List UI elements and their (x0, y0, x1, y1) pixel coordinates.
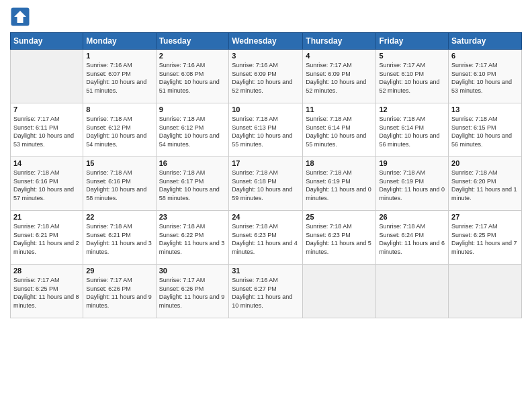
calendar-cell: 18Sunrise: 7:18 AM Sunset: 6:19 PM Dayli… (303, 157, 376, 211)
weekday-header-saturday: Saturday (449, 33, 522, 50)
calendar-cell: 25Sunrise: 7:18 AM Sunset: 6:23 PM Dayli… (303, 211, 376, 265)
weekday-header-sunday: Sunday (11, 33, 83, 50)
day-info: Sunrise: 7:18 AM Sunset: 6:15 PM Dayligh… (451, 115, 519, 148)
calendar-cell: 12Sunrise: 7:18 AM Sunset: 6:14 PM Dayli… (376, 103, 449, 157)
day-number: 7 (13, 105, 80, 113)
calendar-week-row: 14Sunrise: 7:18 AM Sunset: 6:16 PM Dayli… (11, 157, 522, 211)
calendar-cell: 6Sunrise: 7:17 AM Sunset: 6:10 PM Daylig… (449, 50, 522, 103)
day-number: 8 (86, 105, 152, 113)
calendar-header-row: SundayMondayTuesdayWednesdayThursdayFrid… (11, 33, 522, 50)
calendar-cell: 3Sunrise: 7:16 AM Sunset: 6:09 PM Daylig… (229, 50, 303, 103)
day-number: 21 (13, 213, 80, 221)
day-number: 15 (86, 159, 152, 167)
day-info: Sunrise: 7:16 AM Sunset: 6:09 PM Dayligh… (232, 61, 300, 95)
day-info: Sunrise: 7:17 AM Sunset: 6:10 PM Dayligh… (451, 61, 519, 95)
calendar-cell (376, 265, 449, 318)
calendar-cell: 11Sunrise: 7:18 AM Sunset: 6:14 PM Dayli… (303, 103, 376, 157)
calendar-cell (449, 265, 522, 318)
calendar-cell: 15Sunrise: 7:18 AM Sunset: 6:16 PM Dayli… (83, 157, 156, 211)
day-info: Sunrise: 7:17 AM Sunset: 6:09 PM Dayligh… (306, 61, 373, 95)
day-number: 12 (379, 105, 445, 113)
calendar-cell: 31Sunrise: 7:16 AM Sunset: 6:27 PM Dayli… (229, 265, 303, 318)
calendar-cell: 19Sunrise: 7:18 AM Sunset: 6:19 PM Dayli… (376, 157, 449, 211)
weekday-header-monday: Monday (83, 33, 156, 50)
calendar-week-row: 21Sunrise: 7:18 AM Sunset: 6:21 PM Dayli… (11, 211, 522, 265)
calendar-cell: 14Sunrise: 7:18 AM Sunset: 6:16 PM Dayli… (11, 157, 83, 211)
day-number: 4 (306, 52, 373, 60)
calendar-week-row: 28Sunrise: 7:17 AM Sunset: 6:25 PM Dayli… (11, 265, 522, 318)
day-info: Sunrise: 7:18 AM Sunset: 6:16 PM Dayligh… (13, 169, 80, 202)
calendar-cell: 30Sunrise: 7:17 AM Sunset: 6:26 PM Dayli… (156, 265, 229, 318)
day-number: 25 (306, 213, 373, 221)
calendar-cell: 13Sunrise: 7:18 AM Sunset: 6:15 PM Dayli… (449, 103, 522, 157)
day-number: 10 (232, 105, 300, 113)
day-info: Sunrise: 7:16 AM Sunset: 6:08 PM Dayligh… (159, 61, 226, 95)
logo (10, 7, 33, 27)
day-info: Sunrise: 7:17 AM Sunset: 6:10 PM Dayligh… (379, 61, 445, 95)
day-number: 23 (159, 213, 226, 221)
calendar-week-row: 7Sunrise: 7:17 AM Sunset: 6:11 PM Daylig… (11, 103, 522, 157)
calendar-table: SundayMondayTuesdayWednesdayThursdayFrid… (10, 32, 522, 318)
calendar-cell: 29Sunrise: 7:17 AM Sunset: 6:26 PM Dayli… (83, 265, 156, 318)
day-number: 27 (451, 213, 519, 221)
calendar-cell: 4Sunrise: 7:17 AM Sunset: 6:09 PM Daylig… (303, 50, 376, 103)
day-info: Sunrise: 7:18 AM Sunset: 6:23 PM Dayligh… (306, 222, 373, 256)
day-info: Sunrise: 7:17 AM Sunset: 6:26 PM Dayligh… (159, 276, 226, 310)
day-info: Sunrise: 7:17 AM Sunset: 6:25 PM Dayligh… (13, 276, 80, 310)
day-number: 13 (451, 105, 519, 113)
day-info: Sunrise: 7:17 AM Sunset: 6:11 PM Dayligh… (13, 115, 80, 148)
calendar-cell: 1Sunrise: 7:16 AM Sunset: 6:07 PM Daylig… (83, 50, 156, 103)
calendar-cell (11, 50, 83, 103)
page-container: SundayMondayTuesdayWednesdayThursdayFrid… (0, 0, 532, 325)
day-number: 29 (86, 267, 152, 275)
calendar-cell: 22Sunrise: 7:18 AM Sunset: 6:21 PM Dayli… (83, 211, 156, 265)
day-info: Sunrise: 7:18 AM Sunset: 6:18 PM Dayligh… (232, 169, 300, 202)
calendar-cell: 27Sunrise: 7:17 AM Sunset: 6:25 PM Dayli… (449, 211, 522, 265)
day-info: Sunrise: 7:18 AM Sunset: 6:21 PM Dayligh… (86, 222, 152, 256)
day-info: Sunrise: 7:18 AM Sunset: 6:21 PM Dayligh… (13, 222, 80, 256)
weekday-header-thursday: Thursday (303, 33, 376, 50)
day-info: Sunrise: 7:18 AM Sunset: 6:20 PM Dayligh… (451, 169, 519, 202)
day-info: Sunrise: 7:18 AM Sunset: 6:16 PM Dayligh… (86, 169, 152, 202)
day-info: Sunrise: 7:18 AM Sunset: 6:12 PM Dayligh… (86, 115, 152, 148)
day-number: 19 (379, 159, 445, 167)
day-number: 9 (159, 105, 226, 113)
day-info: Sunrise: 7:18 AM Sunset: 6:12 PM Dayligh… (159, 115, 226, 148)
day-number: 28 (13, 267, 80, 275)
day-info: Sunrise: 7:18 AM Sunset: 6:23 PM Dayligh… (232, 222, 300, 256)
calendar-cell: 21Sunrise: 7:18 AM Sunset: 6:21 PM Dayli… (11, 211, 83, 265)
day-number: 18 (306, 159, 373, 167)
calendar-cell: 10Sunrise: 7:18 AM Sunset: 6:13 PM Dayli… (229, 103, 303, 157)
day-info: Sunrise: 7:18 AM Sunset: 6:19 PM Dayligh… (379, 169, 445, 202)
day-info: Sunrise: 7:18 AM Sunset: 6:17 PM Dayligh… (159, 169, 226, 202)
day-info: Sunrise: 7:18 AM Sunset: 6:24 PM Dayligh… (379, 222, 445, 256)
calendar-cell: 2Sunrise: 7:16 AM Sunset: 6:08 PM Daylig… (156, 50, 229, 103)
logo-icon (10, 7, 30, 27)
day-number: 1 (86, 52, 152, 60)
calendar-cell: 26Sunrise: 7:18 AM Sunset: 6:24 PM Dayli… (376, 211, 449, 265)
weekday-header-wednesday: Wednesday (229, 33, 303, 50)
calendar-cell: 7Sunrise: 7:17 AM Sunset: 6:11 PM Daylig… (11, 103, 83, 157)
day-number: 3 (232, 52, 300, 60)
calendar-cell: 16Sunrise: 7:18 AM Sunset: 6:17 PM Dayli… (156, 157, 229, 211)
day-number: 2 (159, 52, 226, 60)
day-info: Sunrise: 7:18 AM Sunset: 6:22 PM Dayligh… (159, 222, 226, 256)
calendar-cell: 28Sunrise: 7:17 AM Sunset: 6:25 PM Dayli… (11, 265, 83, 318)
calendar-cell: 24Sunrise: 7:18 AM Sunset: 6:23 PM Dayli… (229, 211, 303, 265)
day-info: Sunrise: 7:17 AM Sunset: 6:26 PM Dayligh… (86, 276, 152, 310)
calendar-cell: 23Sunrise: 7:18 AM Sunset: 6:22 PM Dayli… (156, 211, 229, 265)
day-number: 11 (306, 105, 373, 113)
calendar-cell (303, 265, 376, 318)
calendar-cell: 9Sunrise: 7:18 AM Sunset: 6:12 PM Daylig… (156, 103, 229, 157)
day-number: 14 (13, 159, 80, 167)
day-info: Sunrise: 7:17 AM Sunset: 6:25 PM Dayligh… (451, 222, 519, 256)
day-info: Sunrise: 7:18 AM Sunset: 6:13 PM Dayligh… (232, 115, 300, 148)
day-info: Sunrise: 7:18 AM Sunset: 6:14 PM Dayligh… (379, 115, 445, 148)
day-number: 5 (379, 52, 445, 60)
day-info: Sunrise: 7:16 AM Sunset: 6:07 PM Dayligh… (86, 61, 152, 95)
day-number: 22 (86, 213, 152, 221)
page-header (10, 7, 522, 27)
day-number: 30 (159, 267, 226, 275)
day-info: Sunrise: 7:18 AM Sunset: 6:19 PM Dayligh… (306, 169, 373, 202)
day-number: 24 (232, 213, 300, 221)
